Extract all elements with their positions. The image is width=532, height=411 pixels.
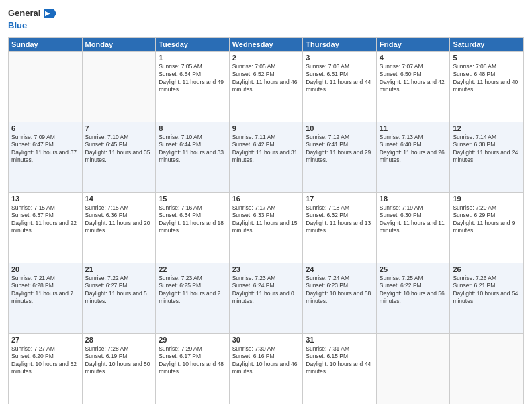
calendar-cell: 27Sunrise: 7:27 AMSunset: 6:20 PMDayligh…	[9, 333, 83, 404]
logo: General ▶ Blue	[8, 7, 56, 32]
cell-info: Sunrise: 7:10 AMSunset: 6:45 PMDaylight:…	[85, 134, 153, 165]
logo-flag-icon: ▶	[44, 9, 56, 18]
calendar-week-row: 20Sunrise: 7:21 AMSunset: 6:28 PMDayligh…	[9, 263, 524, 333]
cell-info: Sunrise: 7:23 AMSunset: 6:24 PMDaylight:…	[232, 275, 300, 306]
calendar-cell: 16Sunrise: 7:17 AMSunset: 6:33 PMDayligh…	[229, 192, 303, 263]
day-number: 31	[306, 336, 373, 344]
calendar-cell: 19Sunrise: 7:20 AMSunset: 6:29 PMDayligh…	[450, 192, 524, 263]
calendar-cell: 10Sunrise: 7:12 AMSunset: 6:41 PMDayligh…	[303, 122, 377, 192]
calendar-cell: 12Sunrise: 7:14 AMSunset: 6:38 PMDayligh…	[450, 122, 524, 192]
cell-info: Sunrise: 7:13 AMSunset: 6:40 PMDaylight:…	[380, 134, 447, 165]
cell-info: Sunrise: 7:18 AMSunset: 6:32 PMDaylight:…	[306, 204, 373, 235]
day-number: 26	[453, 265, 521, 273]
day-number: 22	[159, 265, 226, 273]
header-saturday: Saturday	[450, 37, 524, 51]
cell-info: Sunrise: 7:21 AMSunset: 6:28 PMDaylight:…	[11, 275, 79, 306]
day-number: 10	[306, 124, 373, 132]
cell-info: Sunrise: 7:24 AMSunset: 6:23 PMDaylight:…	[306, 275, 373, 306]
calendar-cell: 25Sunrise: 7:25 AMSunset: 6:22 PMDayligh…	[376, 263, 450, 333]
cell-info: Sunrise: 7:06 AMSunset: 6:51 PMDaylight:…	[306, 63, 373, 94]
cell-info: Sunrise: 7:10 AMSunset: 6:44 PMDaylight:…	[159, 134, 226, 165]
cell-info: Sunrise: 7:15 AMSunset: 6:36 PMDaylight:…	[85, 204, 153, 235]
calendar-cell: 24Sunrise: 7:24 AMSunset: 6:23 PMDayligh…	[303, 263, 377, 333]
calendar-cell: 15Sunrise: 7:16 AMSunset: 6:34 PMDayligh…	[156, 192, 230, 263]
calendar-cell: 18Sunrise: 7:19 AMSunset: 6:30 PMDayligh…	[376, 192, 450, 263]
day-number: 7	[85, 124, 153, 132]
cell-info: Sunrise: 7:07 AMSunset: 6:50 PMDaylight:…	[380, 63, 447, 94]
cell-info: Sunrise: 7:23 AMSunset: 6:25 PMDaylight:…	[159, 275, 226, 306]
day-number: 3	[306, 54, 373, 62]
day-number: 19	[453, 195, 521, 203]
calendar-cell: 11Sunrise: 7:13 AMSunset: 6:40 PMDayligh…	[376, 122, 450, 192]
calendar-cell	[82, 51, 156, 122]
cell-info: Sunrise: 7:25 AMSunset: 6:22 PMDaylight:…	[380, 275, 447, 306]
calendar-cell: 6Sunrise: 7:09 AMSunset: 6:47 PMDaylight…	[9, 122, 83, 192]
header-sunday: Sunday	[9, 37, 83, 51]
day-number: 21	[85, 265, 153, 273]
calendar-cell	[9, 51, 83, 122]
calendar-cell: 22Sunrise: 7:23 AMSunset: 6:25 PMDayligh…	[156, 263, 230, 333]
day-number: 30	[232, 336, 300, 344]
calendar-cell: 3Sunrise: 7:06 AMSunset: 6:51 PMDaylight…	[303, 51, 377, 122]
calendar-cell: 2Sunrise: 7:05 AMSunset: 6:52 PMDaylight…	[229, 51, 303, 122]
calendar-cell: 31Sunrise: 7:31 AMSunset: 6:15 PMDayligh…	[303, 333, 377, 404]
cell-info: Sunrise: 7:27 AMSunset: 6:20 PMDaylight:…	[11, 345, 79, 376]
day-number: 18	[380, 195, 447, 203]
cell-info: Sunrise: 7:16 AMSunset: 6:34 PMDaylight:…	[159, 204, 226, 235]
cell-info: Sunrise: 7:22 AMSunset: 6:27 PMDaylight:…	[85, 275, 153, 306]
cell-info: Sunrise: 7:09 AMSunset: 6:47 PMDaylight:…	[11, 134, 79, 165]
header-monday: Monday	[82, 37, 156, 51]
calendar-week-row: 1Sunrise: 7:05 AMSunset: 6:54 PMDaylight…	[9, 51, 524, 122]
logo-blue: Blue	[8, 20, 27, 30]
day-number: 29	[159, 336, 226, 344]
header-friday: Friday	[376, 37, 450, 51]
day-number: 4	[380, 54, 447, 62]
day-number: 20	[11, 265, 79, 273]
cell-info: Sunrise: 7:29 AMSunset: 6:17 PMDaylight:…	[159, 345, 226, 376]
cell-info: Sunrise: 7:28 AMSunset: 6:19 PMDaylight:…	[85, 345, 153, 376]
calendar-week-row: 6Sunrise: 7:09 AMSunset: 6:47 PMDaylight…	[9, 122, 524, 192]
day-number: 6	[11, 124, 79, 132]
cell-info: Sunrise: 7:05 AMSunset: 6:54 PMDaylight:…	[159, 63, 226, 94]
calendar-week-row: 13Sunrise: 7:15 AMSunset: 6:37 PMDayligh…	[9, 192, 524, 263]
calendar-cell: 7Sunrise: 7:10 AMSunset: 6:45 PMDaylight…	[82, 122, 156, 192]
calendar-header-row: SundayMondayTuesdayWednesdayThursdayFrid…	[9, 37, 524, 51]
header-wednesday: Wednesday	[229, 37, 303, 51]
day-number: 16	[232, 195, 300, 203]
calendar-cell: 4Sunrise: 7:07 AMSunset: 6:50 PMDaylight…	[376, 51, 450, 122]
header-thursday: Thursday	[303, 37, 377, 51]
cell-info: Sunrise: 7:19 AMSunset: 6:30 PMDaylight:…	[380, 204, 447, 235]
day-number: 1	[159, 54, 226, 62]
calendar-cell: 20Sunrise: 7:21 AMSunset: 6:28 PMDayligh…	[9, 263, 83, 333]
header-tuesday: Tuesday	[156, 37, 230, 51]
day-number: 17	[306, 195, 373, 203]
cell-info: Sunrise: 7:17 AMSunset: 6:33 PMDaylight:…	[232, 204, 300, 235]
calendar-week-row: 27Sunrise: 7:27 AMSunset: 6:20 PMDayligh…	[9, 333, 524, 404]
calendar-table: SundayMondayTuesdayWednesdayThursdayFrid…	[8, 37, 524, 404]
day-number: 27	[11, 336, 79, 344]
cell-info: Sunrise: 7:31 AMSunset: 6:15 PMDaylight:…	[306, 345, 373, 376]
cell-info: Sunrise: 7:20 AMSunset: 6:29 PMDaylight:…	[453, 204, 521, 235]
calendar-cell	[450, 333, 524, 404]
header: General ▶ Blue	[8, 7, 524, 32]
page: General ▶ Blue SundayMondayTuesdayWednes…	[0, 0, 532, 411]
calendar-cell: 29Sunrise: 7:29 AMSunset: 6:17 PMDayligh…	[156, 333, 230, 404]
calendar-cell: 30Sunrise: 7:30 AMSunset: 6:16 PMDayligh…	[229, 333, 303, 404]
calendar-cell: 14Sunrise: 7:15 AMSunset: 6:36 PMDayligh…	[82, 192, 156, 263]
day-number: 14	[85, 195, 153, 203]
calendar-cell: 28Sunrise: 7:28 AMSunset: 6:19 PMDayligh…	[82, 333, 156, 404]
cell-info: Sunrise: 7:14 AMSunset: 6:38 PMDaylight:…	[453, 134, 521, 165]
day-number: 15	[159, 195, 226, 203]
day-number: 9	[232, 124, 300, 132]
cell-info: Sunrise: 7:08 AMSunset: 6:48 PMDaylight:…	[453, 63, 521, 94]
calendar-cell: 8Sunrise: 7:10 AMSunset: 6:44 PMDaylight…	[156, 122, 230, 192]
cell-info: Sunrise: 7:26 AMSunset: 6:21 PMDaylight:…	[453, 275, 521, 306]
calendar-cell: 26Sunrise: 7:26 AMSunset: 6:21 PMDayligh…	[450, 263, 524, 333]
day-number: 12	[453, 124, 521, 132]
calendar-cell: 9Sunrise: 7:11 AMSunset: 6:42 PMDaylight…	[229, 122, 303, 192]
cell-info: Sunrise: 7:11 AMSunset: 6:42 PMDaylight:…	[232, 134, 300, 165]
cell-info: Sunrise: 7:12 AMSunset: 6:41 PMDaylight:…	[306, 134, 373, 165]
calendar-cell: 21Sunrise: 7:22 AMSunset: 6:27 PMDayligh…	[82, 263, 156, 333]
cell-info: Sunrise: 7:30 AMSunset: 6:16 PMDaylight:…	[232, 345, 300, 376]
day-number: 13	[11, 195, 79, 203]
